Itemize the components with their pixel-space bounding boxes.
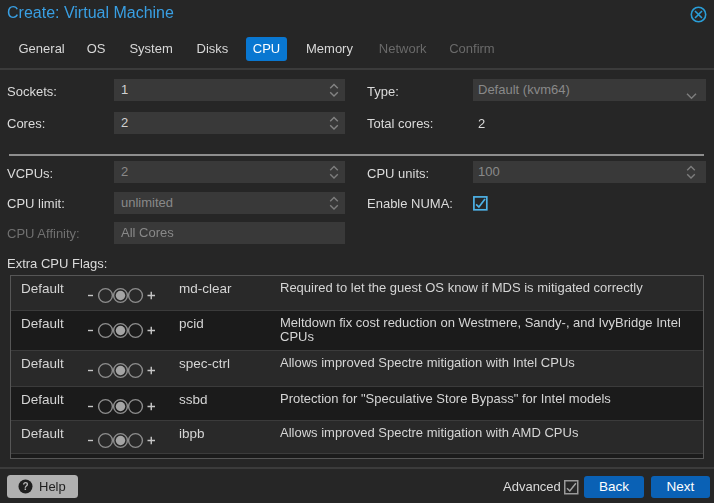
svg-text:?: ? [22, 481, 28, 492]
